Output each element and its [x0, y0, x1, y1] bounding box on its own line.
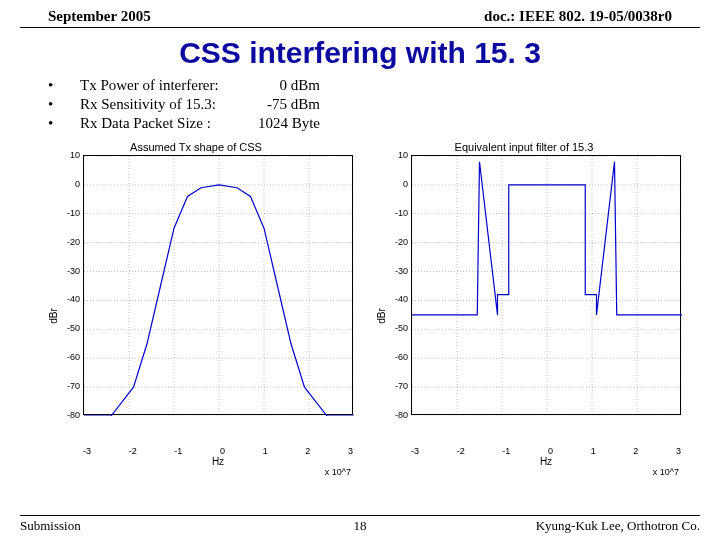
x-ticks: -3-2-10123 — [411, 444, 681, 456]
x-axis-label: Hz — [83, 456, 353, 467]
bullet-icon: • — [48, 77, 80, 94]
plot-area — [83, 155, 353, 415]
bullet-label: Rx Sensitivity of 15.3: — [80, 96, 250, 113]
y-ticks: 100-10-20-30-40-50-60-70-80 — [389, 155, 411, 444]
bullet-list: • Tx Power of interferer: 0 dBm • Rx Sen… — [0, 76, 720, 133]
bullet-value: 0 dBm — [250, 77, 320, 94]
slide-footer: Submission 18 Kyung-Kuk Lee, Orthotron C… — [20, 515, 700, 534]
y-ticks: 100-10-20-30-40-50-60-70-80 — [61, 155, 83, 444]
list-item: • Rx Sensitivity of 15.3: -75 dBm — [48, 95, 720, 114]
x-multiplier: x 10^7 — [389, 467, 681, 477]
y-axis-label: dBr — [46, 155, 61, 477]
bullet-icon: • — [48, 96, 80, 113]
x-multiplier: x 10^7 — [61, 467, 353, 477]
plot-area — [411, 155, 681, 415]
chart-right: Equivalent input filter of 15.3 dBr 100-… — [374, 141, 674, 477]
header-doc: doc.: IEEE 802. 19-05/0038r0 — [484, 8, 672, 25]
chart-title: Assumed Tx shape of CSS — [46, 141, 346, 153]
footer-left: Submission — [20, 518, 81, 534]
bullet-label: Tx Power of interferer: — [80, 77, 250, 94]
footer-right: Kyung-Kuk Lee, Orthotron Co. — [536, 518, 700, 534]
list-item: • Rx Data Packet Size : 1024 Byte — [48, 114, 720, 133]
footer-page: 18 — [354, 518, 367, 534]
bullet-icon: • — [48, 115, 80, 132]
header-date: September 2005 — [48, 8, 151, 25]
page-title: CSS interfering with 15. 3 — [0, 28, 720, 76]
x-axis-label: Hz — [411, 456, 681, 467]
list-item: • Tx Power of interferer: 0 dBm — [48, 76, 720, 95]
bullet-label: Rx Data Packet Size : — [80, 115, 250, 132]
bullet-value: 1024 Byte — [250, 115, 320, 132]
slide-header: September 2005 doc.: IEEE 802. 19-05/003… — [20, 0, 700, 28]
charts-row: Assumed Tx shape of CSS dBr 100-10-20-30… — [0, 141, 720, 477]
chart-title: Equivalent input filter of 15.3 — [374, 141, 674, 153]
y-axis-label: dBr — [374, 155, 389, 477]
x-ticks: -3-2-10123 — [83, 444, 353, 456]
bullet-value: -75 dBm — [250, 96, 320, 113]
chart-left: Assumed Tx shape of CSS dBr 100-10-20-30… — [46, 141, 346, 477]
